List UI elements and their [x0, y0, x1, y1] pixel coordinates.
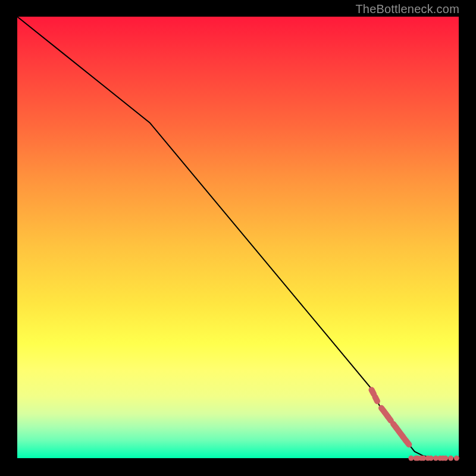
baseline-marker-group — [408, 456, 459, 461]
baseline-marker — [443, 456, 448, 461]
baseline-marker — [428, 456, 434, 461]
baseline-marker — [448, 456, 453, 461]
baseline-marker — [408, 456, 414, 461]
chart-curve — [17, 17, 459, 458]
watermark-label: TheBottleneck.com — [355, 2, 459, 16]
chart-frame: TheBottleneck.com — [0, 0, 476, 476]
baseline-marker — [454, 456, 459, 461]
diagonal-marker-group — [368, 386, 414, 449]
chart-overlay — [17, 17, 459, 458]
